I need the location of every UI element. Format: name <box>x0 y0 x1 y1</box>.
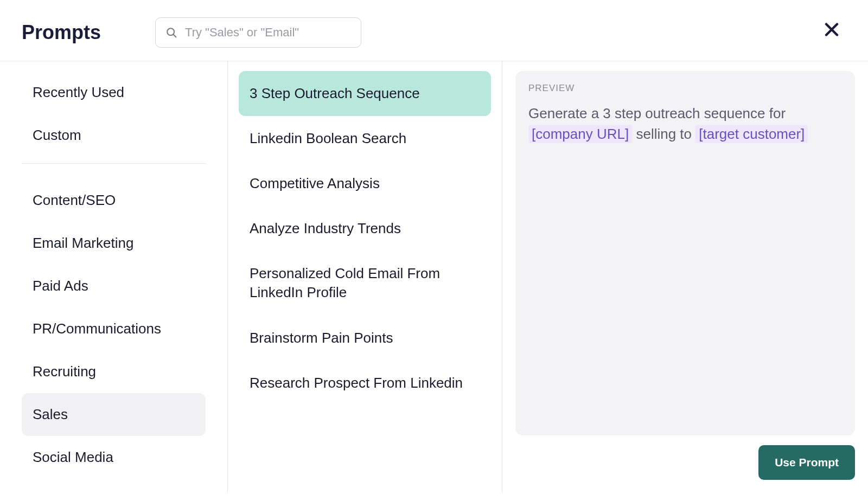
header: Prompts <box>0 0 868 61</box>
sidebar-item-recently-used[interactable]: Recently Used <box>22 71 206 114</box>
prompt-item[interactable]: 3 Step Outreach Sequence <box>239 71 491 116</box>
close-icon <box>824 22 840 38</box>
search-input[interactable] <box>185 25 351 40</box>
prompt-item[interactable]: Linkedin Boolean Search <box>239 116 491 161</box>
sidebar-item-sales[interactable]: Sales <box>22 393 206 436</box>
preview-panel: PREVIEW Generate a 3 step outreach seque… <box>502 61 868 493</box>
preview-token-company-url[interactable]: [company URL] <box>528 125 632 143</box>
sidebar-item-custom[interactable]: Custom <box>22 114 206 157</box>
preview-label: PREVIEW <box>528 83 842 94</box>
sidebar: Recently Used Custom Content/SEO Email M… <box>0 61 228 493</box>
svg-line-1 <box>174 34 176 37</box>
sidebar-item-content-seo[interactable]: Content/SEO <box>22 179 206 222</box>
sidebar-divider <box>22 163 206 164</box>
close-button[interactable] <box>821 20 842 42</box>
prompt-item[interactable]: Competitive Analysis <box>239 161 491 206</box>
prompt-item[interactable]: Research Prospect From Linkedin <box>239 361 491 406</box>
prompt-item[interactable]: Personalized Cold Email From LinkedIn Pr… <box>239 251 491 315</box>
use-prompt-button[interactable]: Use Prompt <box>758 445 855 480</box>
search-icon <box>165 27 177 38</box>
preview-text: Generate a 3 step outreach sequence for … <box>528 104 842 144</box>
preview-token-target-customer[interactable]: [target customer] <box>695 125 808 143</box>
body: Recently Used Custom Content/SEO Email M… <box>0 61 868 493</box>
sidebar-item-pr-communications[interactable]: PR/Communications <box>22 307 206 350</box>
preview-leading: Generate a 3 step outreach sequence for <box>528 105 786 121</box>
page-title: Prompts <box>22 21 101 44</box>
sidebar-item-email-marketing[interactable]: Email Marketing <box>22 222 206 265</box>
search-field[interactable] <box>155 17 361 48</box>
preview-middle: selling to <box>636 126 695 142</box>
sidebar-item-paid-ads[interactable]: Paid Ads <box>22 265 206 307</box>
prompt-item[interactable]: Analyze Industry Trends <box>239 206 491 251</box>
sidebar-item-social-media[interactable]: Social Media <box>22 436 206 479</box>
preview-box: PREVIEW Generate a 3 step outreach seque… <box>515 71 855 435</box>
sidebar-item-recruiting[interactable]: Recruiting <box>22 350 206 393</box>
prompt-item[interactable]: Brainstorm Pain Points <box>239 316 491 361</box>
prompt-list: 3 Step Outreach Sequence Linkedin Boolea… <box>228 61 502 493</box>
